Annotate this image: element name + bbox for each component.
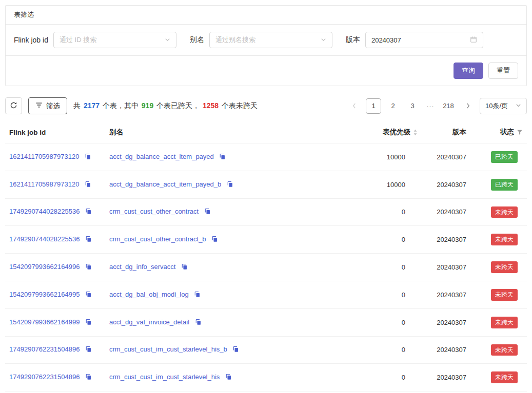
alias-cell: crm_cust_cust_im_cust_starlevel_his_b: [105, 336, 355, 364]
field-alias: 别名 通过别名搜索: [190, 32, 332, 48]
version-label: 版本: [346, 35, 360, 45]
flink-job-id-link[interactable]: 1542097993662164999: [9, 318, 80, 326]
status-cell: 未跨天: [470, 281, 527, 308]
status-cell: 未跨天: [470, 226, 527, 254]
table-row: 1749290744028225536 crm_cust_cust_other_…: [5, 226, 527, 254]
sort-icon[interactable]: [413, 129, 418, 136]
page-button-3[interactable]: 3: [405, 98, 420, 114]
status-badge: 未跨天: [491, 371, 518, 383]
flink-job-id-cell: 1749290762231504896: [5, 364, 105, 391]
column-header-status[interactable]: 状态: [470, 121, 527, 143]
summary-uncrossed-count: 1258: [203, 101, 219, 110]
flink-job-id-link[interactable]: 1749290762231504896: [9, 345, 80, 353]
status-cell: 未跨天: [470, 364, 527, 391]
copy-icon[interactable]: [194, 291, 201, 299]
alias-link[interactable]: acct_dg_balance_acct_item_payed: [109, 153, 214, 160]
tables-table: Flink job id 别名 表优先级 版本 状态: [5, 121, 527, 393]
flink-job-id-link[interactable]: 1542097993662164996: [9, 263, 80, 271]
copy-icon[interactable]: [85, 153, 91, 161]
column-header-priority[interactable]: 表优先级: [355, 121, 422, 143]
table-row: 1542097993662164995 acct_dg_bal_obj_modi…: [5, 281, 527, 308]
alias-link[interactable]: acct_dg_vat_invoice_detail: [109, 318, 189, 326]
alias-label: 别名: [190, 35, 204, 45]
alias-cell: crm_cust_cust_im_cust_starlevel_his: [105, 364, 355, 391]
alias-link[interactable]: crm_cust_cust_im_cust_starlevel_his: [109, 373, 220, 381]
copy-icon[interactable]: [85, 208, 92, 216]
alias-link[interactable]: acct_dg_info_servacct: [109, 263, 175, 271]
version-value: 20240307: [422, 281, 470, 308]
version-value: 20240307: [422, 226, 470, 254]
alias-cell: acct_dg_balance_acct_item_payed_b: [105, 171, 355, 198]
table-row: 1749290762231504896 crm_cust_cust_im_cus…: [5, 336, 527, 364]
column-header-version: 版本: [422, 121, 470, 143]
alias-link[interactable]: crm_cust_cust_im_cust_starlevel_his_b: [109, 345, 227, 353]
version-value: 20240307: [422, 198, 470, 226]
next-page-button[interactable]: [460, 98, 476, 114]
page-button-1[interactable]: 1: [366, 98, 381, 114]
alias-cell: crm_cust_cust_other_contract: [105, 198, 355, 226]
field-version: 版本 20240307: [346, 32, 483, 48]
copy-icon[interactable]: [85, 374, 92, 382]
field-flink-job-id: Flink job id 通过 ID 搜索: [14, 32, 176, 48]
query-button[interactable]: 查询: [454, 63, 483, 79]
filter-funnel-icon[interactable]: [517, 129, 523, 135]
reset-button[interactable]: 重置: [488, 63, 518, 79]
summary-text: 个表，其中: [103, 101, 139, 110]
chevron-down-icon: [165, 36, 170, 44]
alias-select[interactable]: 通过别名搜索: [209, 32, 332, 48]
copy-icon[interactable]: [195, 319, 202, 327]
copy-icon[interactable]: [232, 346, 239, 354]
flink-job-id-link[interactable]: 1621411705987973120: [9, 180, 79, 188]
priority-header-label: 表优先级: [383, 128, 410, 137]
table-row: 1749290762231504896 crm_cust_cust_im_cus…: [5, 364, 527, 391]
filter-toggle-label: 筛选: [46, 101, 60, 111]
column-header-alias: 别名: [105, 121, 355, 143]
status-cell: 未跨天: [470, 336, 527, 364]
alias-link[interactable]: crm_cust_cust_other_contract: [109, 208, 199, 215]
copy-icon[interactable]: [211, 236, 218, 244]
copy-icon[interactable]: [85, 181, 91, 189]
page-size-select[interactable]: 10条/页: [480, 98, 527, 114]
copy-icon[interactable]: [85, 263, 92, 272]
copy-icon[interactable]: [219, 153, 226, 161]
priority-value: 0: [355, 226, 422, 254]
copy-icon[interactable]: [204, 208, 211, 216]
version-value: 20240307: [422, 254, 470, 281]
version-header-label: 版本: [452, 128, 466, 137]
version-value: 20240307: [422, 171, 470, 198]
flink-job-id-link[interactable]: 1621411705987973120: [9, 153, 79, 160]
copy-icon[interactable]: [85, 319, 92, 327]
chevron-down-icon: [516, 102, 521, 110]
copy-icon[interactable]: [85, 236, 92, 244]
flink-job-id-cell: 1542097993662164996: [5, 254, 105, 281]
version-value: 20240307: [422, 308, 470, 336]
copy-icon[interactable]: [85, 291, 92, 299]
priority-value: 10000: [355, 171, 422, 198]
copy-icon[interactable]: [85, 346, 92, 354]
copy-icon[interactable]: [227, 181, 233, 189]
alias-link[interactable]: acct_dg_bal_obj_modi_log: [109, 291, 189, 298]
flink-job-id-link[interactable]: 1749290744028225536: [9, 235, 80, 243]
flink-job-id-link[interactable]: 1749290744028225536: [9, 208, 80, 215]
status-badge: 已跨天: [491, 179, 518, 191]
flink-job-id-link[interactable]: 1542097993662164995: [9, 291, 80, 298]
page-button-last[interactable]: 218: [441, 98, 456, 114]
alias-link[interactable]: crm_cust_cust_other_contract_b: [109, 235, 206, 243]
filter-toggle-button[interactable]: 筛选: [28, 97, 67, 114]
flink-job-id-placeholder: 通过 ID 搜索: [60, 35, 96, 45]
prev-page-button[interactable]: [346, 98, 362, 114]
status-cell: 已跨天: [470, 171, 527, 198]
jump-next-ellipsis[interactable]: ···: [424, 102, 437, 110]
flink-job-id-link[interactable]: 1749290762231504896: [9, 373, 80, 381]
page-button-2[interactable]: 2: [385, 98, 401, 114]
refresh-button[interactable]: [5, 97, 22, 114]
filter-lines-icon: [35, 101, 43, 110]
alias-link[interactable]: acct_dg_balance_acct_item_payed_b: [109, 180, 221, 188]
flink-job-id-select[interactable]: 通过 ID 搜索: [53, 32, 176, 48]
copy-icon[interactable]: [181, 263, 188, 272]
status-badge: 未跨天: [491, 206, 518, 218]
copy-icon[interactable]: [225, 374, 232, 382]
alias-placeholder: 通过别名搜索: [215, 35, 255, 45]
status-cell: 未跨天: [470, 254, 527, 281]
version-date-input[interactable]: 20240307: [365, 32, 483, 48]
